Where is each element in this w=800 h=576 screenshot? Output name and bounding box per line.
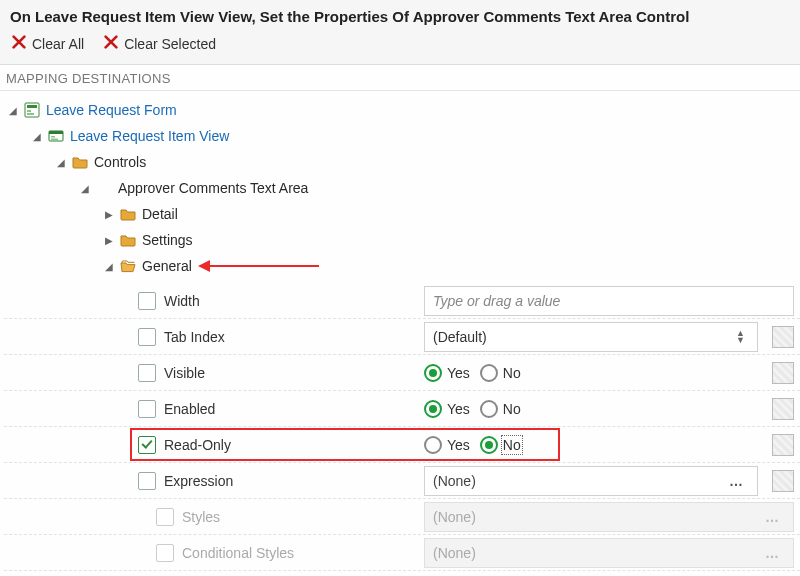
tree-label: Detail <box>142 206 178 222</box>
tree-label: Leave Request Item View <box>70 128 229 144</box>
caret-expanded-icon[interactable]: ◢ <box>80 183 90 194</box>
edit-icon[interactable] <box>772 398 794 420</box>
prop-label: Read-Only <box>164 437 231 453</box>
caret-expanded-icon[interactable]: ◢ <box>32 131 42 142</box>
tree-label: Controls <box>94 154 146 170</box>
prop-label: Expression <box>164 473 233 489</box>
svg-rect-2 <box>27 110 31 112</box>
prop-row-styles: Styles (None) … <box>4 499 800 535</box>
tree-row-control[interactable]: ◢ Approver Comments Text Area <box>4 175 800 201</box>
caret-expanded-icon[interactable]: ◢ <box>56 157 66 168</box>
prop-row-enabled: Enabled Yes No <box>4 391 800 427</box>
edit-icon[interactable] <box>772 470 794 492</box>
prop-row-tabindex: Tab Index (Default) ▲▼ <box>4 319 800 355</box>
stepper-icon[interactable]: ▲▼ <box>732 330 749 344</box>
radio-label: No <box>503 365 521 381</box>
prop-checkbox-enabled[interactable] <box>138 400 156 418</box>
tree-label: General <box>142 258 192 274</box>
edit-icon[interactable] <box>772 326 794 348</box>
visible-yes-radio[interactable]: Yes <box>424 364 470 382</box>
x-icon <box>102 33 120 54</box>
width-input[interactable]: Type or drag a value <box>424 286 794 316</box>
view-icon <box>48 128 64 144</box>
prop-checkbox-readonly[interactable] <box>138 436 156 454</box>
tree-row-form[interactable]: ◢ Leave Request Form <box>4 97 800 123</box>
readonly-yes-radio[interactable]: Yes <box>424 436 470 454</box>
prop-checkbox-width[interactable] <box>138 292 156 310</box>
blank-icon <box>96 180 112 196</box>
expression-field[interactable]: (None) … <box>424 466 758 496</box>
radio-label: Yes <box>447 437 470 453</box>
prop-checkbox-expression[interactable] <box>138 472 156 490</box>
prop-label: Tab Index <box>164 329 225 345</box>
edit-icon[interactable] <box>772 362 794 384</box>
ellipsis-icon: … <box>759 509 785 525</box>
radio-label: No <box>503 401 521 417</box>
prop-label: Conditional Styles <box>182 545 294 561</box>
tree-label: Settings <box>142 232 193 248</box>
prop-checkbox-styles[interactable] <box>156 508 174 526</box>
folder-icon <box>120 232 136 248</box>
svg-rect-1 <box>27 105 37 108</box>
styles-field: (None) … <box>424 502 794 532</box>
condstyles-field: (None) … <box>424 538 794 568</box>
ellipsis-icon[interactable]: … <box>723 473 749 489</box>
ellipsis-icon: … <box>759 545 785 561</box>
prop-label: Visible <box>164 365 205 381</box>
prop-row-visible: Visible Yes No <box>4 355 800 391</box>
radio-label: No <box>503 437 521 453</box>
svg-rect-3 <box>27 113 34 115</box>
readonly-no-radio[interactable]: No <box>480 436 521 454</box>
edit-icon[interactable] <box>772 434 794 456</box>
prop-label: Enabled <box>164 401 215 417</box>
prop-checkbox-condstyles[interactable] <box>156 544 174 562</box>
enabled-no-radio[interactable]: No <box>480 400 521 418</box>
condstyles-value: (None) <box>433 545 476 561</box>
tree-label: Approver Comments Text Area <box>118 180 308 196</box>
prop-label: Width <box>164 293 200 309</box>
radio-label: Yes <box>447 401 470 417</box>
prop-label: Styles <box>182 509 220 525</box>
svg-rect-6 <box>51 136 55 138</box>
annotation-arrow-head <box>198 260 210 272</box>
clear-all-label: Clear All <box>32 36 84 52</box>
prop-row-expression: Expression (None) … <box>4 463 800 499</box>
page-title: On Leave Request Item View View, Set the… <box>10 8 790 25</box>
tree-row-controls[interactable]: ◢ Controls <box>4 149 800 175</box>
tree-row-general[interactable]: ◢ General <box>4 253 800 279</box>
folder-icon <box>120 206 136 222</box>
x-icon <box>10 33 28 54</box>
tree-row-validation[interactable]: ◢ Validation <box>4 571 800 576</box>
form-icon <box>24 102 40 118</box>
prop-checkbox-tabindex[interactable] <box>138 328 156 346</box>
prop-checkbox-visible[interactable] <box>138 364 156 382</box>
folder-open-icon <box>120 258 136 274</box>
caret-expanded-icon[interactable]: ◢ <box>8 105 18 116</box>
tree-row-view[interactable]: ◢ Leave Request Item View <box>4 123 800 149</box>
caret-collapsed-icon[interactable]: ▶ <box>104 209 114 220</box>
tree-label: Leave Request Form <box>46 102 177 118</box>
tabindex-dropdown[interactable]: (Default) ▲▼ <box>424 322 758 352</box>
tree-row-settings[interactable]: ▶ Settings <box>4 227 800 253</box>
tree-row-detail[interactable]: ▶ Detail <box>4 201 800 227</box>
clear-all-button[interactable]: Clear All <box>10 33 84 54</box>
prop-row-width: Width Type or drag a value <box>4 283 800 319</box>
annotation-arrow <box>204 265 319 267</box>
prop-row-conditional-styles: Conditional Styles (None) … <box>4 535 800 571</box>
tree: ◢ Leave Request Form ◢ Leave Request Ite… <box>0 91 800 576</box>
section-heading: MAPPING DESTINATIONS <box>0 65 800 91</box>
caret-collapsed-icon[interactable]: ▶ <box>104 235 114 246</box>
styles-value: (None) <box>433 509 476 525</box>
svg-rect-7 <box>51 139 58 141</box>
expression-value: (None) <box>433 473 476 489</box>
caret-expanded-icon[interactable]: ◢ <box>104 261 114 272</box>
svg-rect-5 <box>49 131 63 134</box>
enabled-yes-radio[interactable]: Yes <box>424 400 470 418</box>
dropdown-value: (Default) <box>433 329 487 345</box>
prop-row-readonly: Read-Only Yes No <box>4 427 800 463</box>
clear-selected-label: Clear Selected <box>124 36 216 52</box>
radio-label: Yes <box>447 365 470 381</box>
folder-icon <box>72 154 88 170</box>
visible-no-radio[interactable]: No <box>480 364 521 382</box>
clear-selected-button[interactable]: Clear Selected <box>102 33 216 54</box>
